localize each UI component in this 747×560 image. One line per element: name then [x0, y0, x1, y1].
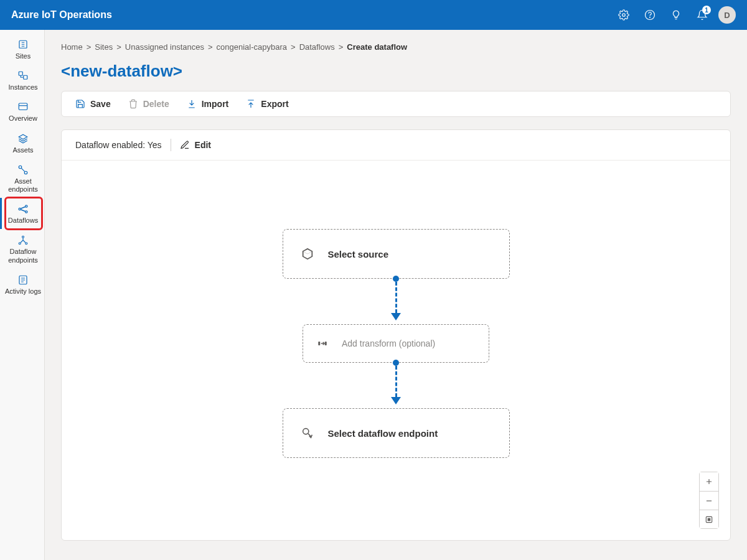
sidebar-item-instances[interactable]: Instances [0, 65, 44, 96]
notification-badge: 1 [702, 6, 711, 14]
breadcrumb-link[interactable]: Sites [95, 42, 113, 52]
svg-point-17 [303, 429, 308, 434]
svg-point-12 [19, 243, 21, 245]
sidebar-item-dataflow-endpoints[interactable]: Dataflow endpoints [0, 229, 44, 268]
sidebar-item-overview[interactable]: Overview [0, 96, 44, 127]
svg-point-6 [19, 166, 22, 169]
settings-button[interactable] [611, 2, 636, 27]
help-icon [644, 9, 655, 21]
svg-rect-4 [24, 75, 27, 79]
connector-line [395, 366, 397, 397]
svg-point-13 [26, 243, 27, 245]
export-label: Export [261, 99, 288, 109]
save-button[interactable]: Save [75, 99, 111, 109]
notifications-button[interactable]: 1 [690, 2, 715, 27]
insights-button[interactable] [664, 2, 688, 27]
export-icon [246, 99, 256, 109]
edit-icon [180, 140, 190, 150]
save-icon [75, 99, 85, 109]
delete-button: Delete [128, 99, 169, 109]
zoom-in-button[interactable] [700, 472, 718, 491]
save-label: Save [90, 99, 111, 109]
edit-button[interactable]: Edit [180, 140, 211, 150]
import-button[interactable]: Import [187, 99, 229, 109]
breadcrumb-link[interactable]: Home [61, 42, 83, 52]
plus-icon [705, 477, 713, 486]
connector [393, 363, 399, 404]
canvas-card: Dataflow enabled: Yes Edit Select source [61, 129, 731, 541]
svg-point-11 [22, 236, 24, 238]
sidebar-item-asset-endpoints[interactable]: Asset endpoints [0, 159, 44, 198]
breadcrumb-link[interactable]: Unassigned instances [125, 42, 204, 52]
source-node[interactable]: Select source [283, 229, 510, 279]
minus-icon [705, 497, 713, 505]
connector-arrow [391, 313, 401, 320]
connector [393, 279, 399, 320]
svg-point-8 [19, 208, 21, 210]
dataflow-canvas[interactable]: Select source Add transform (optional) [62, 161, 730, 540]
zoom-controls [699, 472, 719, 529]
breadcrumb: Home> Sites> Unassigned instances> conge… [61, 42, 731, 52]
sidebar-item-label: Sites [16, 52, 31, 60]
svg-point-0 [622, 14, 626, 17]
app-header: Azure IoT Operations 1 D [0, 0, 747, 30]
endpoint-label: Select dataflow endpoint [328, 428, 438, 439]
svg-rect-15 [318, 342, 320, 345]
edit-label: Edit [195, 140, 211, 150]
avatar[interactable]: D [718, 6, 736, 24]
svg-point-10 [26, 211, 27, 213]
status-bar: Dataflow enabled: Yes Edit [62, 130, 730, 161]
connector-dot [393, 360, 399, 366]
svg-point-9 [26, 205, 27, 207]
zoom-fit-button[interactable] [700, 510, 718, 528]
sidebar-item-label: Asset endpoints [3, 177, 43, 194]
dataflow-enabled-status: Dataflow enabled: Yes [75, 140, 162, 150]
sidebar-item-assets[interactable]: Assets [0, 128, 44, 159]
svg-rect-19 [708, 518, 710, 521]
app-title: Azure IoT Operations [11, 9, 112, 21]
sidebar-item-label: Dataflows [8, 217, 38, 225]
sidebar-item-sites[interactable]: Sites [0, 34, 44, 65]
zoom-out-button[interactable] [700, 491, 718, 510]
toolbar-card: Save Delete Import Export [61, 91, 731, 117]
divider [171, 139, 171, 151]
sidebar-item-dataflows[interactable]: Dataflows [0, 198, 44, 229]
connector-dot [393, 276, 399, 282]
sidebar-item-label: Dataflow endpoints [3, 248, 43, 264]
assets-icon [17, 133, 29, 144]
help-button[interactable] [637, 2, 662, 27]
breadcrumb-link[interactable]: Dataflows [299, 42, 335, 52]
activity-logs-icon [17, 274, 29, 286]
instances-icon [17, 70, 29, 82]
connector-line [395, 282, 397, 313]
import-icon [187, 99, 197, 109]
canvas-wrap: Select source Add transform (optional) [62, 161, 730, 540]
gear-icon [618, 9, 629, 21]
main-content: Home> Sites> Unassigned instances> conge… [45, 30, 747, 560]
svg-point-2 [650, 17, 651, 17]
breadcrumb-link[interactable]: congenial-capybara [217, 42, 287, 52]
svg-rect-16 [325, 342, 327, 345]
delete-icon [128, 99, 138, 109]
sidebar-item-label: Assets [12, 146, 33, 154]
transform-icon [317, 338, 328, 349]
toolbar: Save Delete Import Export [62, 91, 730, 116]
header-actions: 1 D [611, 2, 736, 27]
transform-label: Add transform (optional) [342, 338, 435, 348]
svg-rect-3 [19, 72, 22, 75]
fit-icon [705, 515, 713, 524]
asset-endpoints-icon [17, 164, 29, 175]
connector-arrow [391, 397, 401, 404]
transform-node[interactable]: Add transform (optional) [303, 324, 489, 363]
dataflows-icon [17, 203, 29, 215]
svg-rect-5 [19, 103, 27, 110]
sidebar-item-activity-logs[interactable]: Activity logs [0, 269, 44, 300]
source-label: Select source [328, 249, 389, 259]
sidebar-item-label: Activity logs [5, 287, 41, 296]
cube-icon [301, 247, 314, 261]
sidebar: Sites Instances Overview Assets Asset en… [0, 30, 45, 560]
sites-icon [17, 39, 29, 50]
export-button[interactable]: Export [246, 99, 288, 109]
endpoint-node[interactable]: Select dataflow endpoint [283, 408, 510, 458]
svg-point-7 [24, 171, 27, 174]
